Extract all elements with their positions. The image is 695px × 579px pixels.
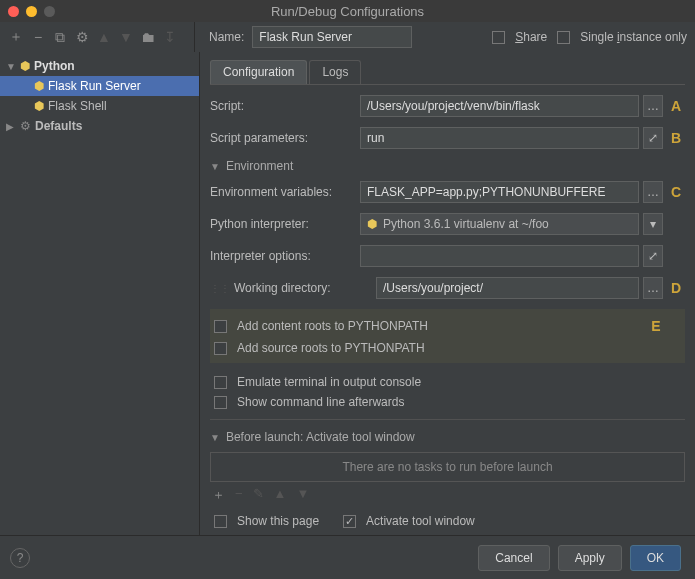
toolbar-divider bbox=[194, 22, 195, 52]
emulate-terminal-checkbox[interactable] bbox=[214, 376, 227, 389]
chevron-down-icon: ▼ bbox=[210, 161, 220, 172]
copy-config-button[interactable]: ⧉ bbox=[52, 29, 68, 45]
remove-task-button[interactable]: − bbox=[235, 486, 243, 504]
interpreter-dropdown[interactable]: ⬢ Python 3.6.1 virtualenv at ~/foo bbox=[360, 213, 639, 235]
drag-grip-icon: ⋮⋮ bbox=[210, 283, 230, 294]
move-task-down-button[interactable]: ▼ bbox=[296, 486, 309, 504]
interpreter-opts-input[interactable] bbox=[360, 245, 639, 267]
activate-tool-window-label: Activate tool window bbox=[366, 514, 475, 528]
env-vars-browse-button[interactable]: … bbox=[643, 181, 663, 203]
config-tabs: Configuration Logs bbox=[210, 60, 685, 85]
add-content-roots-checkbox[interactable] bbox=[214, 320, 227, 333]
env-vars-label: Environment variables: bbox=[210, 185, 360, 199]
tab-configuration[interactable]: Configuration bbox=[210, 60, 307, 84]
add-source-roots-checkbox[interactable] bbox=[214, 342, 227, 355]
add-task-button[interactable]: ＋ bbox=[212, 486, 225, 504]
move-up-button[interactable]: ▲ bbox=[96, 29, 112, 45]
callout-a: A bbox=[667, 97, 685, 115]
name-label: Name: bbox=[209, 30, 244, 44]
show-this-page-label: Show this page bbox=[237, 514, 319, 528]
config-name-input[interactable] bbox=[252, 26, 412, 48]
minimize-window-button[interactable] bbox=[26, 6, 37, 17]
before-launch-header[interactable]: ▼ Before launch: Activate tool window bbox=[210, 430, 685, 444]
dialog-footer: ? Cancel Apply OK bbox=[0, 535, 695, 579]
show-cmdline-checkbox[interactable] bbox=[214, 396, 227, 409]
before-launch-label: Before launch: Activate tool window bbox=[226, 430, 415, 444]
section-separator bbox=[210, 419, 685, 420]
add-source-roots-label: Add source roots to PYTHONPATH bbox=[237, 341, 425, 355]
move-down-button[interactable]: ▼ bbox=[118, 29, 134, 45]
working-dir-input[interactable] bbox=[376, 277, 639, 299]
zoom-window-button[interactable] bbox=[44, 6, 55, 17]
window-controls bbox=[8, 6, 55, 17]
interpreter-value: Python 3.6.1 virtualenv at ~/foo bbox=[383, 217, 549, 231]
environment-section-header[interactable]: ▼ Environment bbox=[210, 159, 685, 173]
move-task-up-button[interactable]: ▲ bbox=[274, 486, 287, 504]
working-dir-label: Working directory: bbox=[234, 281, 376, 295]
script-label: Script: bbox=[210, 99, 360, 113]
script-params-expand-button[interactable]: ⤢ bbox=[643, 127, 663, 149]
tree-node-flask-run-server[interactable]: ⬢ Flask Run Server bbox=[0, 76, 199, 96]
callout-b: B bbox=[667, 129, 685, 147]
activate-tool-window-checkbox[interactable] bbox=[343, 515, 356, 528]
script-params-input[interactable] bbox=[360, 127, 639, 149]
sort-icon[interactable]: ↧ bbox=[162, 29, 178, 45]
tree-node-label: Python bbox=[34, 59, 75, 73]
single-instance-label: Single instance only bbox=[580, 30, 687, 44]
pythonpath-group-highlight: Add content roots to PYTHONPATH E Add so… bbox=[210, 309, 685, 363]
chevron-down-icon: ▼ bbox=[210, 432, 220, 443]
remove-config-button[interactable]: − bbox=[30, 29, 46, 45]
config-toolbar: ＋ − ⧉ ⚙ ▲ ▼ 🖿 ↧ Name: SSharehare Single … bbox=[0, 22, 695, 52]
share-label: SSharehare bbox=[515, 30, 547, 44]
emulate-terminal-label: Emulate terminal in output console bbox=[237, 375, 421, 389]
environment-section-label: Environment bbox=[226, 159, 293, 173]
collapse-arrow-icon: ▶ bbox=[6, 121, 16, 132]
env-vars-input[interactable] bbox=[360, 181, 639, 203]
interpreter-opts-label: Interpreter options: bbox=[210, 249, 360, 263]
tree-node-python[interactable]: ▼ ⬢ Python bbox=[0, 56, 199, 76]
working-dir-browse-button[interactable]: … bbox=[643, 277, 663, 299]
gear-icon: ⚙ bbox=[20, 119, 31, 133]
interpreter-label: Python interpreter: bbox=[210, 217, 360, 231]
script-input[interactable] bbox=[360, 95, 639, 117]
script-params-label: Script parameters: bbox=[210, 131, 360, 145]
show-this-page-checkbox[interactable] bbox=[214, 515, 227, 528]
cancel-button[interactable]: Cancel bbox=[478, 545, 549, 571]
close-window-button[interactable] bbox=[8, 6, 19, 17]
callout-c: C bbox=[667, 183, 685, 201]
help-button[interactable]: ? bbox=[10, 548, 30, 568]
window-title: Run/Debug Configurations bbox=[8, 4, 687, 19]
callout-e: E bbox=[647, 317, 665, 335]
edit-task-button[interactable]: ✎ bbox=[253, 486, 264, 504]
interpreter-dropdown-button[interactable]: ▾ bbox=[643, 213, 663, 235]
add-config-button[interactable]: ＋ bbox=[8, 29, 24, 45]
expand-arrow-icon: ▼ bbox=[6, 61, 16, 72]
apply-button[interactable]: Apply bbox=[558, 545, 622, 571]
ok-button[interactable]: OK bbox=[630, 545, 681, 571]
share-checkbox[interactable] bbox=[492, 31, 505, 44]
before-launch-empty-text: There are no tasks to run before launch bbox=[342, 460, 552, 474]
tree-node-label: Defaults bbox=[35, 119, 82, 133]
python-icon: ⬢ bbox=[367, 217, 377, 231]
titlebar: Run/Debug Configurations bbox=[0, 0, 695, 22]
tree-node-flask-shell[interactable]: ⬢ Flask Shell bbox=[0, 96, 199, 116]
config-panel: Configuration Logs Script: … A Script pa… bbox=[200, 52, 695, 535]
settings-icon[interactable]: ⚙ bbox=[74, 29, 90, 45]
python-icon: ⬢ bbox=[20, 59, 30, 73]
folder-icon[interactable]: 🖿 bbox=[140, 29, 156, 45]
interpreter-opts-expand-button[interactable]: ⤢ bbox=[643, 245, 663, 267]
config-tree: ▼ ⬢ Python ⬢ Flask Run Server ⬢ Flask Sh… bbox=[0, 52, 200, 535]
python-icon: ⬢ bbox=[34, 99, 44, 113]
python-icon: ⬢ bbox=[34, 79, 44, 93]
tree-node-label: Flask Run Server bbox=[48, 79, 141, 93]
before-launch-toolbar: ＋ − ✎ ▲ ▼ bbox=[210, 482, 685, 508]
script-browse-button[interactable]: … bbox=[643, 95, 663, 117]
add-content-roots-label: Add content roots to PYTHONPATH bbox=[237, 319, 428, 333]
show-cmdline-label: Show command line afterwards bbox=[237, 395, 404, 409]
tab-logs[interactable]: Logs bbox=[309, 60, 361, 84]
callout-d: D bbox=[667, 279, 685, 297]
before-launch-tasks-empty: There are no tasks to run before launch bbox=[210, 452, 685, 482]
single-instance-checkbox[interactable] bbox=[557, 31, 570, 44]
tree-node-defaults[interactable]: ▶ ⚙ Defaults bbox=[0, 116, 199, 136]
tree-node-label: Flask Shell bbox=[48, 99, 107, 113]
